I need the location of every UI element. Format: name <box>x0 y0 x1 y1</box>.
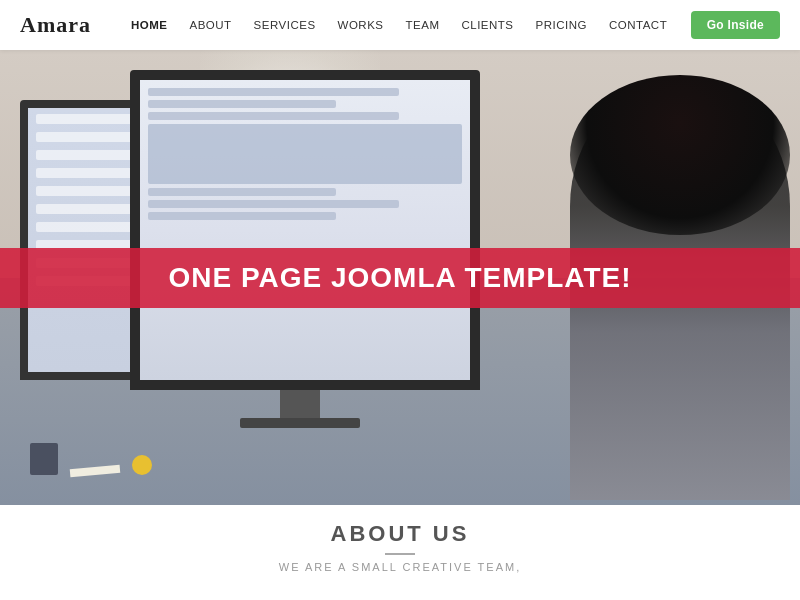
desk-cup <box>30 443 58 475</box>
screen-bar-3 <box>148 112 399 120</box>
nav-contact[interactable]: CONTACT <box>609 19 667 31</box>
about-divider <box>385 553 415 555</box>
nav-clients[interactable]: CLIENTS <box>461 19 513 31</box>
screen-bar-1 <box>148 88 399 96</box>
screen-bar-5 <box>148 200 399 208</box>
nav-works[interactable]: WORKS <box>338 19 384 31</box>
navbar: Amara HOME ABOUT SERVICES WORKS TEAM CLI… <box>0 0 800 50</box>
go-inside-button[interactable]: Go Inside <box>691 11 780 39</box>
desk-items <box>30 443 152 475</box>
screen-bar-4 <box>148 188 336 196</box>
person-hair <box>570 75 790 235</box>
nav-home[interactable]: HOME <box>131 19 168 31</box>
hero-section: ONE PAGE JOOMLA TEMPLATE! <box>0 50 800 505</box>
brand-logo[interactable]: Amara <box>20 12 91 38</box>
about-section: ABOUT US WE ARE A SMALL CREATIVE TEAM, <box>0 505 800 600</box>
nav-team[interactable]: TEAM <box>406 19 440 31</box>
monitor-center-screen <box>140 80 470 380</box>
screen-bar-6 <box>148 212 336 220</box>
hero-banner: ONE PAGE JOOMLA TEMPLATE! <box>0 248 800 308</box>
hero-background: ONE PAGE JOOMLA TEMPLATE! <box>0 50 800 505</box>
hero-banner-text: ONE PAGE JOOMLA TEMPLATE! <box>168 262 631 293</box>
monitor-base <box>240 418 360 428</box>
nav-services[interactable]: SERVICES <box>254 19 316 31</box>
about-subtitle: WE ARE A SMALL CREATIVE TEAM, <box>279 561 521 573</box>
desk-decoration <box>132 455 152 475</box>
screen-content-block <box>148 124 462 184</box>
monitor-stand <box>280 390 320 420</box>
nav-about[interactable]: ABOUT <box>189 19 231 31</box>
screen-bar-2 <box>148 100 336 108</box>
nav-links: HOME ABOUT SERVICES WORKS TEAM CLIENTS P… <box>131 19 691 31</box>
about-title: ABOUT US <box>331 521 470 547</box>
monitor-center <box>130 70 480 390</box>
nav-pricing[interactable]: PRICING <box>536 19 587 31</box>
